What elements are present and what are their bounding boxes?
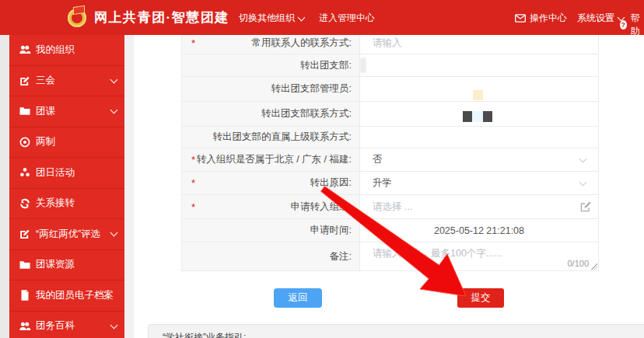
- sidebar-item-label: “两红两优”评选: [36, 228, 111, 241]
- sidebar-item-label: 关系接转: [36, 197, 117, 210]
- sidebar-item-三会[interactable]: 三会: [9, 66, 124, 97]
- picker-placeholder: 请选择 ...: [373, 200, 412, 214]
- sidebar-item-两制[interactable]: 两制: [9, 127, 124, 159]
- people-icon: [19, 44, 31, 56]
- chevron-down-icon: [579, 178, 587, 186]
- folder-icon: [19, 259, 31, 271]
- sidebar-item-label: 团课: [36, 105, 111, 118]
- redacted-value: [360, 57, 366, 73]
- chevron-down-icon: [579, 155, 587, 162]
- chevron-down-icon: [110, 321, 118, 329]
- people-icon: [19, 320, 31, 333]
- switch-org-menu[interactable]: 切换其他组织: [239, 12, 304, 25]
- back-button[interactable]: 返回: [274, 288, 322, 308]
- char-counter: 0/100: [567, 259, 589, 268]
- field-label-out-branch-admin: 转出团支部管理员:: [182, 77, 360, 101]
- sidebar-item-团务百科[interactable]: 团务百科: [9, 312, 124, 338]
- sidebar-item-我的组织[interactable]: 我的组织: [9, 35, 124, 66]
- textarea-placeholder: 请输入备注，最多100个字......: [373, 247, 502, 260]
- sidebar-item-“两红两优”评选[interactable]: “两红两优”评选: [9, 219, 124, 250]
- field-label-out-branch: 转出团支部:: [182, 54, 360, 76]
- form-row-out-branch-superior-contact: 转出团支部的直属上级联系方式:: [182, 127, 598, 148]
- chevron-down-icon: [298, 13, 306, 21]
- transfer-form: *常用联系人的联系方式:请输入转出团支部:转出团支部管理员:转出团支部联系方式:…: [181, 31, 599, 271]
- sidebar-item-团课[interactable]: 团课: [9, 96, 124, 127]
- field-label-target-org: *申请转入组织:: [182, 195, 360, 218]
- sidebar: 我的组织三会团课两制团日活动关系接转“两红两优”评选团课资源我的团员电子档案团务…: [9, 35, 124, 338]
- sidebar-item-关系接转[interactable]: 关系接转: [9, 189, 124, 220]
- form-row-target-org: *申请转入组织:请选择 ...: [182, 195, 598, 219]
- sidebar-item-label: 团日活动: [36, 166, 117, 179]
- activity-icon: [19, 166, 31, 179]
- form-row-contact-method: *常用联系人的联系方式:请输入: [182, 32, 598, 54]
- help-icon: ?: [620, 20, 627, 30]
- system-settings-menu[interactable]: 系统设置: [577, 12, 624, 25]
- field-label-out-branch-superior-contact: 转出团支部的直属上级联系方式:: [182, 127, 360, 148]
- redacted-value: [483, 111, 492, 122]
- app-title: 网上共青团·智慧团建: [94, 9, 229, 26]
- datetime-value: 2025-05-12 21:21:08: [373, 225, 598, 236]
- envelope-icon: [515, 13, 526, 24]
- chevron-down-icon: [110, 229, 118, 237]
- resize-grip-icon[interactable]: [591, 263, 597, 270]
- field-value-contact-method[interactable]: 请输入: [360, 32, 598, 54]
- league-emblem-icon: [66, 5, 89, 29]
- submit-button[interactable]: 提交: [457, 288, 504, 308]
- form-row-remarks: 备注:请输入备注，最多100个字......0/100: [182, 242, 598, 270]
- sidebar-item-label: 团务百科: [36, 319, 111, 333]
- input-placeholder: 请输入: [373, 37, 402, 50]
- form-row-out-branch: 转出团支部:: [182, 54, 598, 77]
- field-value-out-branch-superior-contact: [360, 127, 598, 148]
- sidebar-item-团课资源[interactable]: 团课资源: [9, 250, 124, 281]
- sidebar-item-label: 三会: [36, 74, 111, 87]
- form-row-apply-time: 申请时间:2025-05-12 21:21:08: [182, 219, 598, 242]
- chevron-down-icon: [110, 106, 118, 114]
- required-asterisk: *: [191, 201, 195, 213]
- field-label-apply-time: 申请时间:: [182, 219, 360, 242]
- field-label-target-region: *转入组织是否属于北京 / 广东 / 福建:: [182, 148, 360, 171]
- field-value-remarks[interactable]: 请输入备注，最多100个字......0/100: [360, 242, 598, 270]
- chevron-down-icon: [110, 75, 118, 83]
- field-value-target-region[interactable]: 否: [360, 148, 598, 171]
- form-row-out-branch-admin: 转出团支部管理员:: [182, 77, 598, 102]
- field-label-out-branch-contact: 转出团支部联系方式:: [182, 102, 360, 126]
- sidebar-item-label: 我的团员电子档案: [36, 289, 117, 302]
- field-value-apply-time: 2025-05-12 21:21:08: [360, 219, 598, 242]
- target-icon: [19, 136, 31, 148]
- sidebar-item-label: 团课资源: [36, 258, 117, 271]
- sidebar-item-团日活动[interactable]: 团日活动: [9, 158, 124, 189]
- top-header: 网上共青团·智慧团建 切换其他组织 进入管理中心 操作中心 系统设置 ? 帮助: [0, 0, 644, 35]
- transfer-icon: [19, 197, 31, 210]
- sidebar-item-我的团员电子档案[interactable]: 我的团员电子档案: [9, 281, 124, 312]
- field-label-transfer-reason: *转出原因:: [182, 172, 360, 194]
- field-label-contact-method: *常用联系人的联系方式:: [182, 32, 360, 54]
- action-center-link[interactable]: 操作中心: [515, 12, 567, 25]
- form-row-transfer-reason: *转出原因:升学: [182, 172, 598, 195]
- redacted-value: [463, 111, 472, 122]
- file-icon: [19, 289, 31, 301]
- redacted-value: [473, 90, 483, 100]
- page: *常用联系人的联系方式:请输入转出团支部:转出团支部管理员:转出团支部联系方式:…: [0, 0, 644, 338]
- school-society-guide-panel: “学社衔接”业务指引:: [148, 324, 644, 338]
- field-value-out-branch-contact: [360, 102, 598, 126]
- guide-title: “学社衔接”业务指引:: [163, 332, 246, 338]
- sidebar-item-label: 两制: [36, 135, 117, 148]
- required-asterisk: *: [191, 154, 195, 166]
- form-row-out-branch-contact: 转出团支部联系方式:: [182, 102, 598, 127]
- help-link[interactable]: ? 帮助: [620, 12, 644, 38]
- folder-icon: [19, 105, 31, 117]
- field-value-out-branch-admin: [360, 77, 598, 101]
- field-value-out-branch: [360, 54, 598, 76]
- content-scrollbar[interactable]: [124, 35, 134, 338]
- field-value-target-org[interactable]: 请选择 ...: [360, 195, 598, 218]
- required-asterisk: *: [191, 37, 195, 49]
- enter-admin-link[interactable]: 进入管理中心: [319, 12, 375, 25]
- edit-pencil-icon[interactable]: [579, 200, 593, 214]
- edit-icon: [19, 75, 31, 87]
- required-asterisk: *: [191, 177, 195, 189]
- field-value-transfer-reason[interactable]: 升学: [360, 172, 598, 194]
- edit-icon: [19, 228, 31, 240]
- select-value: 升学: [373, 176, 392, 190]
- sidebar-item-label: 我的组织: [36, 44, 117, 57]
- select-value: 否: [373, 153, 383, 166]
